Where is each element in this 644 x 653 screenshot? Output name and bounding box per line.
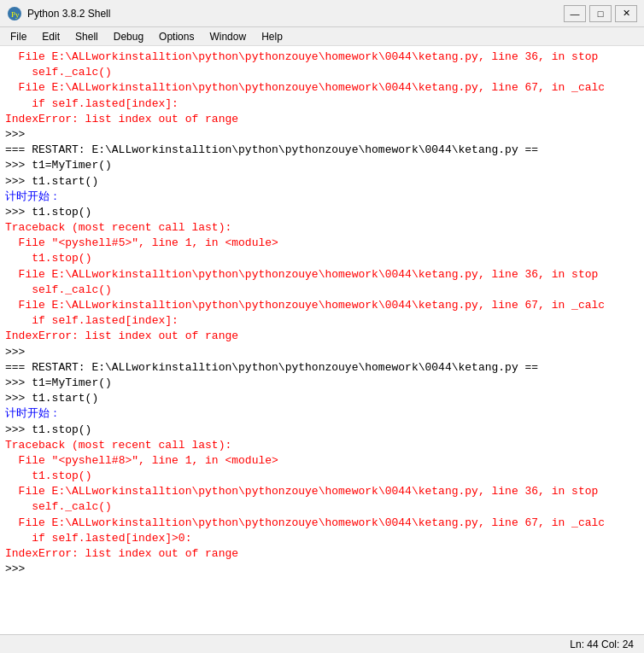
shell-line: IndexError: list index out of range xyxy=(5,546,639,562)
shell-line: >>> t1.start() xyxy=(5,391,639,406)
menu-item-debug[interactable]: Debug xyxy=(107,30,150,44)
shell-line: === RESTART: E:\ALLworkinstalltion\pytho… xyxy=(5,360,639,376)
titlebar-left: Py Python 3.8.2 Shell xyxy=(7,6,110,21)
menu-item-file[interactable]: File xyxy=(3,30,33,44)
shell-line: >>> xyxy=(5,345,639,360)
shell-line: self._calc() xyxy=(5,65,639,80)
shell-line: >>> xyxy=(5,562,639,577)
shell-output[interactable]: File ​E:\ALLworkinstalltion\python\pytho… xyxy=(0,46,644,634)
shell-line: 计时开始： xyxy=(5,189,639,205)
shell-line: File "<pyshell#5>", line 1, in <module> xyxy=(5,236,639,251)
shell-line: IndexError: list index out of range xyxy=(5,329,639,344)
shell-line: t1.stop() xyxy=(5,251,639,266)
titlebar-controls: — □ ✕ xyxy=(564,5,637,22)
menubar: FileEditShellDebugOptionsWindowHelp xyxy=(0,27,644,46)
window-title: Python 3.8.2 Shell xyxy=(27,8,110,20)
menu-item-help[interactable]: Help xyxy=(255,30,290,44)
shell-line: >>> xyxy=(5,127,639,143)
shell-line: File ​E:\ALLworkinstalltion\python\pytho… xyxy=(5,516,639,531)
shell-line: >>> t1=MyTimer() xyxy=(5,376,639,391)
svg-text:Py: Py xyxy=(11,10,20,19)
shell-line: if self.lasted[index]: xyxy=(5,96,639,112)
menu-item-options[interactable]: Options xyxy=(152,30,201,44)
cursor-position: Ln: 44 Col: 24 xyxy=(570,638,634,650)
shell-line: >>> t1=MyTimer() xyxy=(5,158,639,173)
shell-line: >>> t1.stop() xyxy=(5,205,639,220)
shell-line: t1.stop() xyxy=(5,469,639,484)
shell-line: File ​E:\ALLworkinstalltion\python\pytho… xyxy=(5,484,639,499)
menu-item-shell[interactable]: Shell xyxy=(68,30,105,44)
menu-item-window[interactable]: Window xyxy=(202,30,253,44)
shell-line: IndexError: list index out of range xyxy=(5,112,639,127)
shell-line: === RESTART: E:\ALLworkinstalltion\pytho… xyxy=(5,143,639,158)
shell-line: File ​E:\ALLworkinstalltion\python\pytho… xyxy=(5,50,639,65)
python-icon: Py xyxy=(7,6,22,21)
shell-line: 计时开始： xyxy=(5,406,639,422)
shell-line: self._calc() xyxy=(5,499,639,515)
shell-line: self._calc() xyxy=(5,283,639,298)
shell-line: File "<pyshell#8>", line 1, in <module> xyxy=(5,453,639,469)
menu-item-edit[interactable]: Edit xyxy=(35,30,67,44)
shell-line: Traceback (most recent call last): xyxy=(5,220,639,236)
titlebar: Py Python 3.8.2 Shell — □ ✕ xyxy=(0,0,644,27)
shell-line: File ​E:\ALLworkinstalltion\python\pytho… xyxy=(5,298,639,313)
shell-line: >>> t1.stop() xyxy=(5,423,639,438)
statusbar: Ln: 44 Col: 24 xyxy=(0,634,644,653)
minimize-button[interactable]: — xyxy=(564,5,586,22)
shell-line: File ​E:\ALLworkinstalltion\python\pytho… xyxy=(5,80,639,96)
close-button[interactable]: ✕ xyxy=(615,5,637,22)
maximize-button[interactable]: □ xyxy=(589,5,612,22)
shell-line: if self.lasted[index]>0: xyxy=(5,531,639,546)
shell-line: File ​E:\ALLworkinstalltion\python\pytho… xyxy=(5,267,639,283)
shell-line: >>> t1.start() xyxy=(5,174,639,189)
shell-line: if self.lasted[index]: xyxy=(5,313,639,329)
shell-line: Traceback (most recent call last): xyxy=(5,438,639,453)
